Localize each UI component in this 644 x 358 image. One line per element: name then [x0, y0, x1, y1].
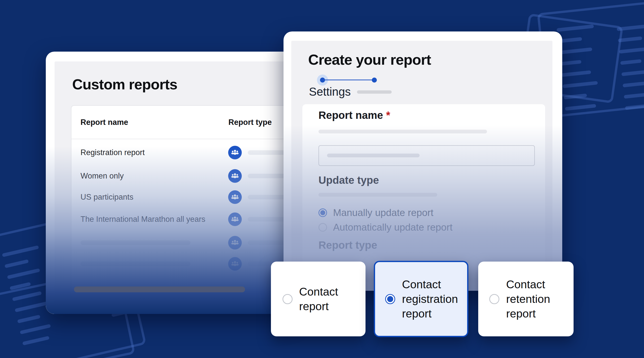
report-name-cell: US participants	[80, 193, 133, 202]
report-type-placeholder	[248, 150, 286, 155]
report-type-placeholder	[248, 174, 286, 178]
input-value-placeholder	[327, 154, 420, 157]
document-text-lines	[556, 24, 602, 111]
text-line-dash	[562, 81, 598, 88]
reports-table-header: Report name Report type	[71, 106, 288, 139]
table-row[interactable]: Women only	[71, 165, 288, 187]
next-step-label-placeholder	[357, 90, 392, 94]
text-line-dash	[556, 24, 594, 32]
report-type-cell	[228, 236, 286, 249]
text-line-dash	[17, 315, 41, 323]
report-name-label: Report name*	[318, 109, 390, 121]
text-line-dash	[619, 47, 644, 54]
text-line-dash	[620, 59, 641, 65]
report-type-cell	[228, 146, 286, 159]
radio-button[interactable]	[318, 223, 327, 232]
users-group-icon	[228, 236, 242, 249]
required-asterisk: *	[386, 109, 390, 121]
radio-button[interactable]	[489, 294, 499, 304]
text-line-dash	[623, 80, 644, 88]
text-line-dash	[2, 245, 39, 257]
table-row[interactable]	[71, 253, 288, 275]
text-line-dash	[617, 24, 644, 31]
text-line-dash	[621, 69, 644, 76]
radio-button[interactable]	[385, 294, 395, 304]
helper-text-placeholder	[318, 130, 487, 133]
text-line-dash	[625, 103, 644, 110]
report-name-cell: The International Marathon all years	[80, 215, 205, 224]
report-name-cell: Registration report	[80, 148, 145, 157]
step-2-dot[interactable]	[372, 78, 377, 83]
column-header-report-type: Report type	[228, 106, 272, 139]
radio-label: Manually update report	[333, 207, 433, 218]
text-line-dash	[10, 282, 31, 290]
report-type-placeholder	[248, 217, 286, 222]
text-line-dash	[618, 36, 642, 42]
report-name-cell: Women only	[80, 171, 124, 181]
report-type-card[interactable]: Contact retention report	[478, 262, 574, 336]
update-option-selected[interactable]: Manually update report	[318, 208, 433, 218]
table-row[interactable]: Registration report	[71, 141, 288, 164]
custom-reports-title: Custom reports	[72, 76, 177, 93]
marketing-screenshot: Custom reports Report name Report type R…	[0, 0, 644, 358]
report-type-card-selected[interactable]: Contact registration report	[374, 261, 468, 337]
text-line-dash	[559, 47, 592, 54]
report-name-placeholder	[80, 262, 190, 266]
horizontal-scrollbar[interactable]	[74, 287, 245, 292]
create-report-title: Create your report	[308, 51, 431, 68]
text-line-dash	[624, 93, 644, 99]
users-group-icon	[228, 146, 242, 159]
text-line-dash	[12, 291, 42, 301]
report-type-cell	[228, 169, 286, 183]
report-type-label: Report type	[318, 239, 377, 251]
column-header-report-name: Report name	[80, 106, 128, 139]
users-group-icon	[228, 190, 242, 204]
report-type-card-label: Contact retention report	[506, 277, 570, 321]
update-option-unselected[interactable]: Automatically update report	[318, 222, 453, 232]
text-line-dash	[5, 259, 29, 268]
report-type-card[interactable]: Contact report	[271, 262, 366, 336]
update-type-label: Update type	[318, 174, 379, 186]
users-group-icon	[228, 212, 242, 226]
report-type-card-label: Contact registration report	[402, 277, 466, 321]
settings-form: Report name* Update type Manually update…	[302, 104, 545, 278]
table-row[interactable]: The International Marathon all years	[71, 208, 288, 230]
report-name-placeholder	[80, 240, 190, 245]
radio-button[interactable]	[283, 294, 293, 304]
radio-label: Automatically update report	[333, 222, 453, 233]
radio-button[interactable]	[318, 208, 327, 217]
report-type-card-label: Contact report	[299, 284, 363, 314]
reports-table: Report name Report type Registration rep…	[71, 105, 288, 298]
report-type-cell	[228, 190, 286, 204]
report-type-cell	[228, 212, 286, 226]
text-line-dash	[561, 70, 591, 77]
text-line-dash	[20, 324, 51, 335]
users-group-icon	[228, 257, 242, 271]
create-report-card: Create your report Settings Report name*…	[284, 31, 562, 291]
text-line-dash	[560, 60, 581, 66]
report-type-placeholder	[248, 195, 286, 199]
text-line-dash	[22, 336, 50, 345]
report-name-input[interactable]	[318, 145, 535, 166]
table-row[interactable]: US participants	[71, 186, 288, 208]
custom-reports-card: Custom reports Report name Report type R…	[46, 52, 292, 314]
text-line-dash	[15, 301, 50, 312]
users-group-icon	[228, 169, 242, 183]
report-type-placeholder	[248, 240, 286, 245]
table-row[interactable]	[71, 232, 288, 254]
text-line-dash	[565, 104, 596, 111]
document-text-lines	[617, 24, 644, 110]
text-line-dash	[564, 93, 587, 99]
text-line-dash	[7, 268, 40, 279]
stepper-connector	[323, 80, 374, 80]
helper-text-placeholder	[318, 193, 437, 197]
active-step-label: Settings	[309, 85, 351, 98]
